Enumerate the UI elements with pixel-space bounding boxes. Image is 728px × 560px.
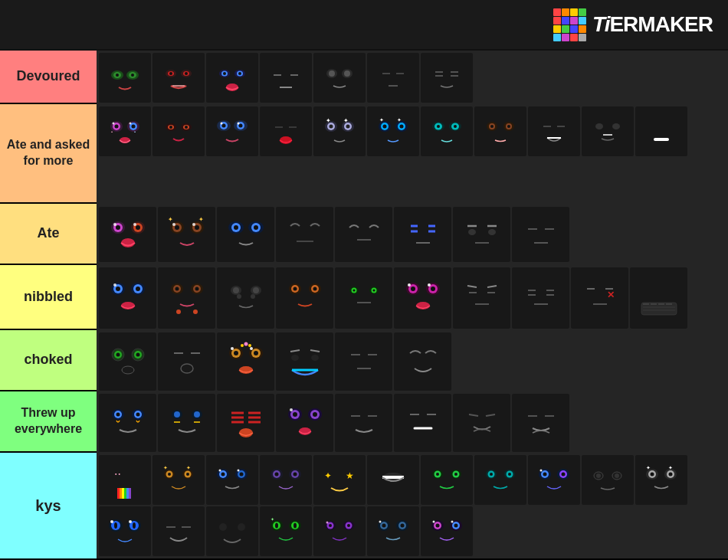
face-item[interactable] [99,53,151,103]
face-item[interactable]: ✦ ✦ [635,455,687,505]
face-svg [163,399,211,447]
tier-label-ate-more: Ate and asked for more [0,104,97,202]
face-item[interactable]: ✦ ✦ [158,207,215,262]
face-item[interactable] [206,455,258,505]
logo-cell [562,34,569,41]
face-item[interactable] [276,267,333,329]
svg-point-104 [133,223,136,226]
tier-content-threw-up [97,391,728,453]
face-item[interactable] [528,455,580,505]
face-item[interactable] [453,267,510,329]
face-item[interactable]: ✕ [571,267,628,329]
svg-text:•: • [111,129,113,134]
face-item[interactable] [394,267,451,329]
face-item[interactable] [260,455,312,505]
face-item[interactable] [367,455,419,505]
svg-point-156 [251,294,255,299]
face-item[interactable] [630,267,687,329]
face-item[interactable] [335,332,392,391]
svg-point-363 [436,523,440,527]
face-item[interactable]: ✦ ★ [313,455,366,505]
face-item[interactable] [217,332,274,391]
face-svg [340,399,388,447]
svg-rect-267 [129,488,131,499]
svg-point-155 [237,294,241,299]
svg-point-356 [382,523,386,527]
face-item[interactable] [635,106,687,156]
face-item[interactable] [582,106,634,156]
face-item[interactable] [512,267,569,329]
face-item[interactable] [453,394,510,452]
face-item[interactable]: • • [99,455,151,505]
svg-point-176 [408,283,411,287]
face-item[interactable] [217,207,274,262]
face-item[interactable] [158,394,215,452]
svg-point-250 [313,412,317,417]
face-item[interactable] [217,394,274,452]
tier-label-devoured: Devoured [0,51,97,103]
tier-content-nibbled: ✕ [97,265,728,330]
face-item[interactable] [474,455,526,505]
face-item[interactable] [158,332,215,391]
face-svg [640,112,683,152]
face-item[interactable] [512,394,569,452]
face-item[interactable] [394,394,451,452]
face-item[interactable] [474,106,526,156]
face-item[interactable] [367,53,419,103]
face-item[interactable] [152,53,205,103]
face-item[interactable] [453,207,510,262]
tier-row-nibbled: nibbled [0,265,728,330]
face-svg [281,273,329,323]
face-item[interactable]: • • [99,106,151,156]
face-item[interactable]: ✦ ✦ [367,106,419,156]
face-item[interactable] [335,394,392,452]
face-item[interactable] [528,106,580,156]
face-item[interactable] [99,506,151,556]
face-item[interactable] [152,106,205,156]
svg-point-38 [115,124,119,128]
svg-point-202 [116,353,120,357]
svg-point-317 [615,473,619,478]
face-item[interactable] [512,207,569,262]
face-item[interactable] [421,106,473,156]
face-item[interactable] [217,267,274,329]
svg-point-101 [116,225,120,230]
face-item[interactable] [152,506,205,556]
face-item[interactable] [313,506,366,556]
face-svg: ✦ ★ [318,460,361,500]
face-item[interactable] [276,394,333,452]
face-item[interactable] [99,394,156,452]
face-item[interactable] [276,332,333,391]
face-item[interactable]: ✦ ✦ [313,106,366,156]
face-item[interactable] [158,267,215,329]
face-svg [399,338,447,385]
face-item[interactable] [206,106,258,156]
face-item[interactable] [276,207,333,262]
face-item[interactable] [206,53,258,103]
face-item[interactable] [367,506,419,556]
face-item[interactable] [335,267,392,329]
face-svg [222,399,270,447]
face-item[interactable] [99,332,156,391]
face-item[interactable] [260,53,312,103]
svg-point-203 [136,353,139,357]
face-item[interactable] [99,267,156,329]
face-item[interactable] [394,207,451,262]
face-item[interactable] [335,207,392,262]
face-item[interactable]: ✦ ✦ [152,455,205,505]
face-item[interactable] [260,106,312,156]
face-item[interactable] [394,332,451,391]
face-svg [222,212,270,257]
face-item[interactable] [582,455,634,505]
svg-point-41 [130,122,132,124]
face-item[interactable] [421,53,473,103]
face-item[interactable] [206,506,258,556]
face-item[interactable] [421,455,473,505]
face-item[interactable] [421,506,473,556]
face-svg [104,273,152,323]
face-svg: ✦ ✦ [163,212,211,257]
face-item[interactable]: ✦ [260,506,312,556]
face-item[interactable] [99,207,156,262]
face-item[interactable] [313,53,366,103]
face-svg [533,112,576,152]
